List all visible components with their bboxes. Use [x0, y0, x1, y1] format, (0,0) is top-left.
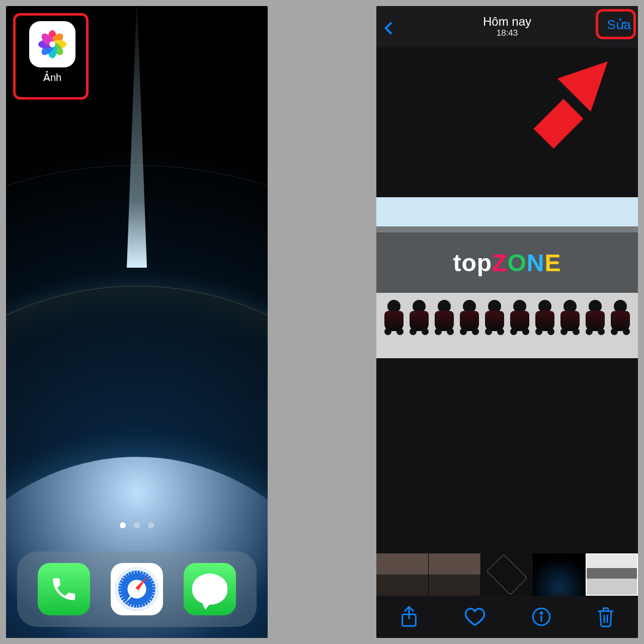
page-dot-3[interactable] — [148, 522, 154, 528]
page-indicator[interactable] — [120, 522, 154, 528]
pane-home-screen: Ảnh — [6, 6, 268, 638]
app-safari[interactable] — [111, 563, 163, 615]
photo-subject — [376, 298, 638, 358]
phone-icon — [49, 575, 78, 604]
page-dot-1[interactable] — [120, 522, 126, 528]
chevron-left-icon — [381, 18, 396, 38]
safari-icon — [115, 568, 158, 611]
dock — [17, 551, 257, 627]
svg-rect-0 — [534, 99, 584, 149]
photo-main[interactable]: topZONE — [376, 197, 638, 358]
thumbnail-2[interactable] — [429, 553, 481, 596]
thumbnail-1[interactable] — [376, 553, 429, 596]
share-icon — [399, 606, 419, 628]
filmstrip[interactable] — [376, 553, 638, 596]
svg-point-5 — [540, 612, 542, 614]
trash-button[interactable] — [596, 606, 615, 627]
nav-subtitle: 18:43 — [483, 28, 531, 38]
app-messages[interactable] — [184, 563, 236, 615]
bottom-toolbar — [376, 596, 638, 638]
back-button[interactable] — [381, 18, 396, 38]
heart-icon — [464, 607, 486, 627]
pane-photos-viewer: Hôm nay 18:43 Sửa topZONE — [376, 6, 638, 638]
favorite-button[interactable] — [464, 607, 486, 627]
store-sign: topZONE — [376, 232, 638, 293]
info-button[interactable] — [531, 607, 551, 627]
annotation-box-edit — [596, 9, 636, 39]
page-dot-2[interactable] — [134, 522, 140, 528]
app-phone[interactable] — [38, 563, 90, 615]
info-icon — [531, 607, 551, 627]
nav-title: Hôm nay — [483, 15, 531, 28]
annotation-arrow — [522, 61, 608, 157]
messages-icon — [192, 574, 227, 605]
trash-icon — [596, 606, 615, 627]
thumbnail-4[interactable] — [533, 553, 586, 596]
annotation-box-photos — [13, 13, 89, 100]
share-button[interactable] — [399, 606, 419, 628]
thumbnail-3[interactable] — [481, 553, 533, 596]
thumbnail-5-selected[interactable] — [586, 553, 638, 596]
